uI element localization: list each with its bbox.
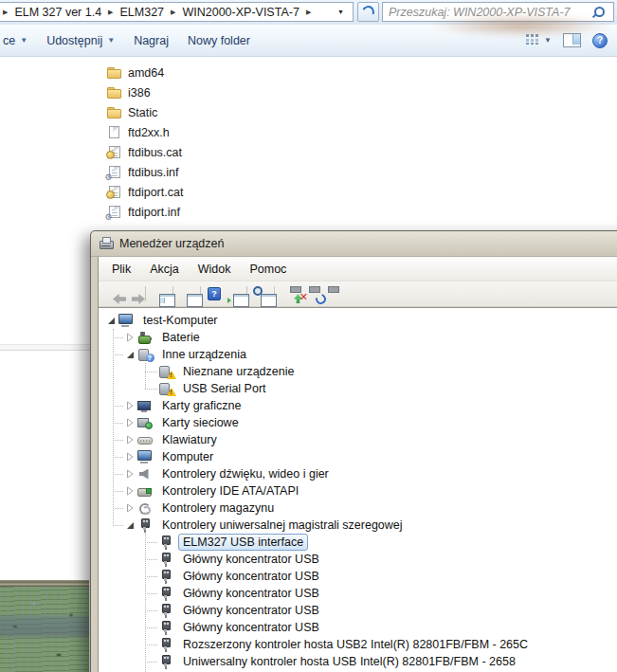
tree-item-label: Kontrolery dźwięku, wideo i gier [157, 465, 334, 482]
device-manager-titlebar[interactable]: Menedżer urządzeń [91, 231, 617, 257]
breadcrumb-separator-icon: ▶ [169, 9, 177, 16]
collapsed-expander-icon[interactable] [123, 331, 136, 344]
catalog-file-icon [109, 186, 120, 198]
file-row[interactable]: i386 [106, 82, 183, 102]
action-pane-button[interactable] [224, 285, 243, 303]
command-item-1[interactable]: Udostępnij▼ [37, 29, 124, 52]
breadcrumb-segment[interactable]: ELM327 [116, 6, 170, 19]
explorer-command-bar: ce▼Udostępnij▼NagrajNowy folder ▼? [0, 25, 617, 57]
breadcrumb-segment[interactable]: ELM 327 ver 1.4 [9, 6, 106, 19]
scan-button[interactable] [251, 285, 270, 303]
tree-item[interactable]: test-Komputer [99, 312, 617, 329]
file-row[interactable]: Static [106, 102, 183, 122]
address-field[interactable]: ▶ELM 327 ver 1.4▶ELM327▶WIN2000-XP-VISTA… [0, 2, 354, 22]
usb-icon [160, 604, 172, 618]
background-window-edge [0, 344, 90, 351]
collapsed-expander-icon[interactable] [123, 399, 136, 412]
expanded-expander-icon[interactable] [104, 314, 118, 327]
refresh-button[interactable] [357, 2, 379, 22]
expanded-expander-icon[interactable] [123, 518, 136, 532]
tree-item[interactable]: Karty graficzne [99, 397, 617, 414]
help-circle-icon: ? [592, 33, 608, 48]
usb-icon [160, 621, 172, 635]
tree-item-icon-cell [157, 587, 174, 601]
tree-item[interactable]: Klawiatury [99, 431, 617, 448]
views-button[interactable]: ▼ [525, 32, 552, 49]
command-item-3[interactable]: Nowy folder [178, 29, 260, 52]
tree-item-label: Główny koncentrator USB [178, 619, 324, 636]
collapsed-expander-icon[interactable] [123, 467, 136, 481]
breadcrumb-separator-icon: ▶ [1, 9, 9, 16]
device-tree-pane: test-KomputerBaterie?Inne urządzenia!Nie… [99, 307, 617, 672]
tree-item[interactable]: Rozszerzony kontroler hosta USB2 Intel(R… [99, 636, 617, 653]
tree-item-label: Baterie [157, 329, 205, 346]
tree-item[interactable]: Kontrolery magazynu [99, 499, 617, 517]
tree-item[interactable]: Komputer [99, 448, 617, 465]
expanded-expander-icon[interactable] [123, 348, 136, 361]
desktop-wallpaper [0, 580, 89, 672]
screen: { "explorer": { "address": { "segments":… [0, 0, 617, 672]
menu-item-akcja[interactable]: Akcja [140, 263, 189, 276]
console-tree-button[interactable] [150, 285, 169, 303]
command-item-2[interactable]: Nagraj [124, 29, 178, 52]
tree-item-label: Komputer [157, 448, 218, 465]
tree-item[interactable]: Główny koncentrator USB [99, 551, 617, 568]
tree-item-icon-cell [118, 314, 135, 327]
menu-item-widok[interactable]: Widok [189, 263, 241, 276]
collapsed-expander-icon[interactable] [123, 433, 136, 446]
breadcrumb-segment[interactable]: WIN2000-XP-VISTA-7 [177, 6, 303, 19]
properties-button[interactable] [177, 285, 196, 303]
tree-item[interactable]: Uniwersalny kontroler hosta USB Intel(R)… [99, 653, 617, 670]
tree-item[interactable]: !USB Serial Port [99, 380, 617, 397]
tree-item[interactable]: Baterie [99, 329, 617, 346]
file-icon-cell: ⚙ [106, 206, 122, 218]
update-driver-button[interactable] [279, 285, 298, 303]
tree-item[interactable]: Karty sieciowe [99, 414, 617, 431]
preview-pane-button[interactable] [563, 33, 581, 47]
help-button[interactable]: ? [205, 285, 224, 303]
tree-item[interactable]: Kontrolery uniwersalnej magistrali szere… [99, 517, 617, 534]
file-row[interactable]: ftdiport.cat [106, 182, 183, 202]
collapsed-expander-icon[interactable] [123, 450, 136, 463]
tree-item-icon-cell [157, 604, 174, 618]
catalog-file-icon [109, 146, 120, 158]
tree-item-icon-cell [136, 518, 154, 533]
help-circle-button[interactable]: ? [592, 33, 608, 48]
chevron-down-icon: ▼ [544, 36, 552, 45]
file-row[interactable]: ftdibus.cat [106, 142, 183, 162]
tree-item[interactable]: !Nieznane urządzenie [99, 363, 617, 380]
tree-item-label: Karty graficzne [157, 397, 245, 414]
collapsed-expander-icon[interactable] [123, 501, 136, 515]
search-box[interactable] [382, 2, 614, 22]
file-row[interactable]: amd64 [106, 63, 183, 82]
tree-item[interactable]: Kontrolery IDE ATA/ATAPI [99, 482, 617, 499]
tree-item[interactable]: ELM327 USB interface [99, 534, 617, 551]
search-input[interactable] [383, 6, 594, 19]
usb-icon [160, 655, 172, 669]
menu-item-pomoc[interactable]: Pomoc [240, 263, 296, 276]
command-item-0[interactable]: ce▼ [0, 29, 37, 52]
file-row[interactable]: ⚙ftdiport.inf [106, 202, 183, 222]
search-icon[interactable] [594, 7, 605, 17]
command-item-label: Udostępnij [46, 34, 102, 47]
usb-icon [160, 553, 172, 567]
tree-item[interactable]: Główny koncentrator USB [99, 585, 617, 602]
collapsed-expander-icon[interactable] [123, 484, 136, 498]
back-button[interactable] [103, 285, 122, 303]
tree-item[interactable]: Główny koncentrator USB [99, 602, 617, 619]
menu-item-plik[interactable]: Plik [102, 263, 140, 276]
tree-item[interactable]: ?Inne urządzenia [99, 346, 617, 363]
address-dropdown-icon[interactable]: ▼ [329, 9, 353, 15]
file-row[interactable]: ftd2xx.h [106, 122, 183, 142]
tree-item[interactable]: Główny koncentrator USB [99, 568, 617, 585]
tree-item-label: Główny koncentrator USB [178, 602, 324, 619]
tree-item[interactable]: Główny koncentrator USB [99, 619, 617, 636]
file-row[interactable]: ⚙ftdibus.inf [106, 162, 183, 182]
breadcrumb-separator-icon: ▶ [304, 9, 313, 16]
file-name: amd64 [128, 66, 164, 80]
wallpaper-frame [0, 580, 89, 587]
collapsed-expander-icon[interactable] [123, 416, 136, 429]
tree-item-label: Klawiatury [157, 431, 222, 448]
tree-item-label: Kontrolery magazynu [157, 499, 279, 517]
tree-item[interactable]: Kontrolery dźwięku, wideo i gier [99, 465, 617, 482]
